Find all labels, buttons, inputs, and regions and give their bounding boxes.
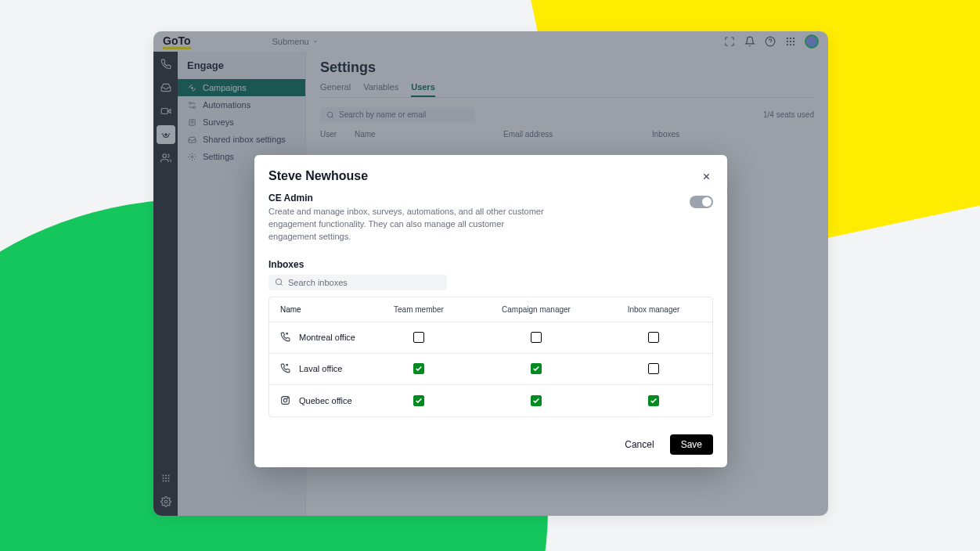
inbox-manager-checkbox[interactable]	[648, 395, 659, 406]
ce-admin-description: Create and manage inbox, surveys, automa…	[268, 206, 550, 243]
app-window: GoTo Submenu Engage Campaigns Autom	[153, 31, 828, 516]
inbox-search-input[interactable]: Search inboxes	[268, 275, 447, 290]
office-name: Quebec office	[299, 396, 352, 405]
inbox-manager-checkbox[interactable]	[648, 363, 659, 374]
campaign-manager-checkbox[interactable]	[531, 363, 542, 374]
modal-title: Steve Newhouse	[268, 169, 368, 183]
table-row: Quebec office	[269, 385, 712, 416]
modal-overlay: Steve Newhouse CE Admin Create and manag…	[153, 31, 828, 516]
office-name: Laval office	[299, 364, 342, 373]
ce-admin-title: CE Admin	[268, 193, 674, 203]
svg-point-39	[283, 398, 286, 402]
user-permissions-modal: Steve Newhouse CE Admin Create and manag…	[254, 155, 727, 467]
svg-point-40	[287, 398, 288, 398]
phone-icon	[280, 363, 291, 374]
cancel-button[interactable]: Cancel	[617, 434, 661, 455]
inboxes-heading: Inboxes	[268, 259, 713, 270]
table-row: Montreal office	[269, 322, 712, 354]
phone-icon	[280, 332, 291, 343]
search-icon	[275, 278, 283, 286]
col-name: Name	[269, 305, 360, 314]
instagram-icon	[280, 395, 291, 406]
close-button[interactable]	[699, 169, 713, 183]
team-member-checkbox[interactable]	[413, 363, 424, 374]
inbox-manager-checkbox[interactable]	[648, 332, 659, 343]
svg-point-36	[276, 279, 281, 285]
ce-admin-toggle[interactable]	[690, 196, 713, 208]
campaign-manager-checkbox[interactable]	[531, 395, 542, 406]
table-row: Laval office	[269, 354, 712, 385]
col-inbox: Inbox manager	[595, 305, 712, 314]
team-member-checkbox[interactable]	[413, 332, 424, 343]
office-name: Montreal office	[299, 333, 355, 342]
col-campaign: Campaign manager	[477, 305, 595, 314]
svg-line-37	[281, 284, 283, 286]
col-team: Team member	[360, 305, 477, 314]
save-button[interactable]: Save	[670, 434, 713, 455]
campaign-manager-checkbox[interactable]	[531, 332, 542, 343]
team-member-checkbox[interactable]	[413, 395, 424, 406]
inbox-permissions-table: Name Team member Campaign manager Inbox …	[268, 297, 713, 417]
